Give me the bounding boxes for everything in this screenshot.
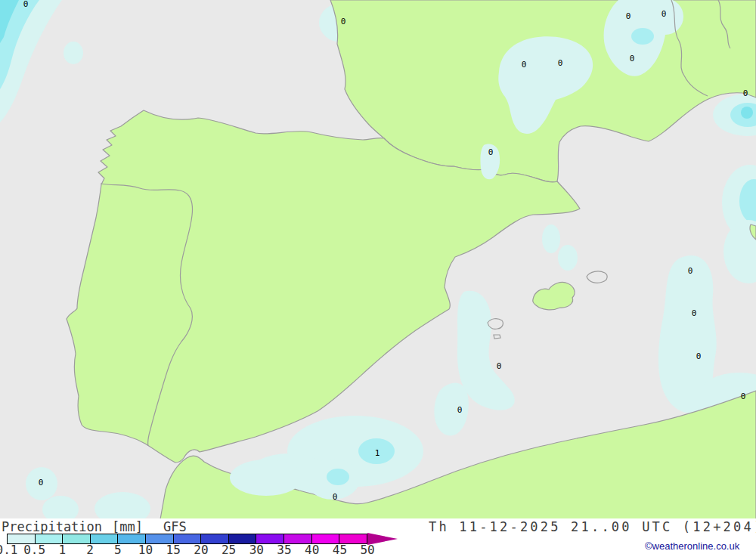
colorbar-tick: 20 [194,543,208,554]
colorbar-tick: 25 [222,543,236,554]
precip-value-label: 0 [743,89,748,97]
island-ibiza [488,319,503,330]
map-svg [0,0,756,519]
island-formentera [494,335,500,339]
precip-value-label: 1 [375,449,380,457]
legend-band: Precipitation [mm] GFS 0.10.512510152025… [0,518,756,554]
precip-value-label: 0 [23,0,29,8]
colorbar-tick: 30 [249,543,264,554]
colorbar-tick: 50 [360,543,374,554]
precip-value-label: 0 [333,493,338,501]
precip-value-label: 0 [488,148,494,156]
legend-unit: [mm] [112,519,143,534]
precip-value-label: 0 [688,267,693,275]
colorbar-tick: 0.1 [0,543,17,554]
weather-map-screen: 000000000000000100 Precipitation [mm] GF… [0,0,756,554]
precip-value-label: 0 [341,17,346,26]
precipitation-map: 000000000000000100 [0,0,756,519]
island-menorca [587,271,607,283]
precip-value-label: 0 [497,362,502,370]
precip-value-label: 0 [522,60,527,69]
precip-value-label: 0 [662,10,667,18]
copyright-link[interactable]: ©weatheronline.co.uk [645,540,739,552]
colorbar-tick-labels: 0.10.5125101520253035404550 [0,543,423,554]
colorbar-tick: 35 [277,543,291,554]
precip-value-label: 0 [457,406,463,414]
colorbar-tick: 10 [138,543,153,554]
precip-value-label: 0 [626,12,631,20]
legend-title: Precipitation [2,519,102,534]
colorbar-tick: 2 [86,543,94,554]
colorbar-tick: 15 [166,543,181,554]
colorbar-tick: 40 [305,543,319,554]
precip-value-label: 0 [696,352,702,361]
precip-value-label: 0 [741,392,746,401]
precip-value-label: 0 [692,309,697,317]
legend-model: GFS [163,519,187,534]
colorbar-tick: 45 [333,543,347,554]
colorbar-tick: 0.5 [23,543,45,554]
colorbar-tick: 1 [59,543,67,554]
precip-value-label: 0 [558,59,563,67]
precip-value-label: 0 [39,478,44,487]
forecast-timestamp: Th 11-12-2025 21..00 UTC (12+204) [429,519,756,534]
colorbar-tick: 5 [114,543,122,554]
precip-value-label: 0 [630,54,635,63]
